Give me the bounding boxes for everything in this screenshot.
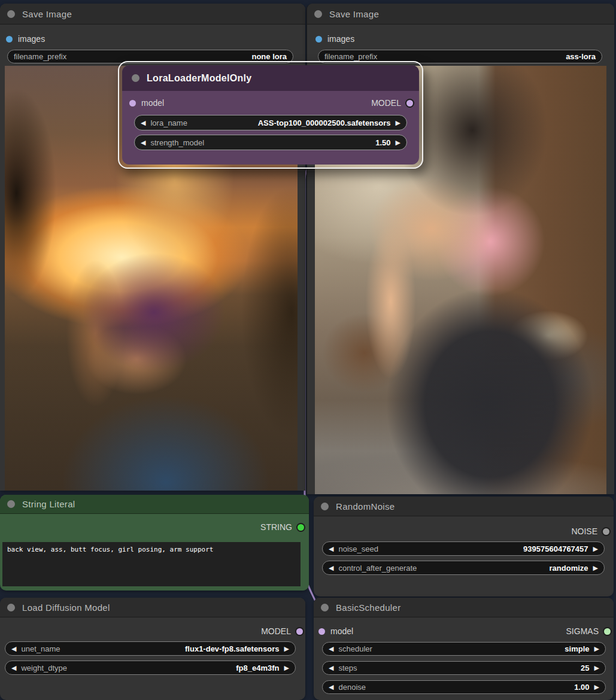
widget-label: scheduler [338, 644, 372, 653]
widget-value: ass-lora [566, 52, 596, 61]
model-output-dot[interactable] [296, 628, 303, 635]
unet-name-widget[interactable]: ◀ unet_name flux1-dev-fp8.safetensors ▶ [5, 641, 296, 656]
arrow-right-icon[interactable]: ▶ [594, 665, 599, 671]
widget-value: 939575604767457 [523, 544, 588, 553]
node-title: Save Image [329, 9, 379, 19]
collapse-dot-icon[interactable] [7, 10, 15, 18]
arrow-left-icon[interactable]: ◀ [141, 120, 145, 126]
steps-widget[interactable]: ◀ steps 25 ▶ [322, 661, 606, 675]
sigmas-output-label: SIGMAS [566, 626, 599, 636]
widget-label: lora_name [150, 118, 187, 127]
node-title: Load Diffusion Model [22, 602, 110, 613]
node-title: String Literal [22, 499, 75, 509]
node-header[interactable]: String Literal [0, 495, 309, 514]
control-after-generate-widget[interactable]: ◀ control_after_generate randomize ▶ [322, 561, 605, 575]
images-input-dot[interactable] [315, 36, 322, 42]
node-header[interactable]: LoraLoaderModelOnly [122, 65, 419, 91]
arrow-left-icon[interactable]: ◀ [329, 684, 333, 690]
scheduler-widget[interactable]: ◀ scheduler simple ▶ [322, 642, 606, 656]
widget-value: 1.50 [375, 138, 390, 147]
arrow-right-icon[interactable]: ▶ [284, 646, 289, 652]
string-output-label: STRING [260, 522, 292, 532]
collapse-dot-icon[interactable] [314, 10, 322, 18]
arrow-left-icon[interactable]: ◀ [11, 665, 16, 671]
node-header[interactable]: Save Image [307, 4, 614, 25]
widget-value: ASS-top100_000002500.safetensors [258, 118, 391, 127]
arrow-left-icon[interactable]: ◀ [329, 565, 333, 571]
model-input-dot[interactable] [318, 628, 325, 635]
node-header[interactable]: RandomNoise [314, 497, 614, 516]
noise-output-label: NOISE [571, 526, 597, 536]
collapse-dot-icon[interactable] [321, 604, 329, 611]
widget-value: randomize [550, 564, 588, 573]
node-basic-scheduler[interactable]: BasicScheduler model SIGMAS ◀ scheduler … [314, 598, 614, 700]
string-textarea[interactable]: back view, ass, butt focus, girl posing,… [2, 542, 301, 586]
string-output-dot[interactable] [298, 524, 304, 531]
node-string-literal[interactable]: String Literal STRING back view, ass, bu… [0, 495, 309, 591]
widget-value: flux1-dev-fp8.safetensors [185, 644, 280, 653]
node-header[interactable]: Load Diffusion Model [0, 598, 305, 617]
arrow-left-icon[interactable]: ◀ [329, 646, 333, 652]
node-title: BasicScheduler [336, 602, 400, 613]
arrow-left-icon[interactable]: ◀ [329, 546, 333, 552]
model-output-label: MODEL [371, 98, 401, 108]
weight-dtype-widget[interactable]: ◀ weight_dtype fp8_e4m3fn ▶ [5, 661, 296, 675]
collapse-dot-icon[interactable] [7, 500, 15, 508]
images-input-label: images [327, 34, 354, 44]
arrow-right-icon[interactable]: ▶ [593, 565, 598, 571]
node-lora-loader-model-only[interactable]: LoraLoaderModelOnly model MODEL ◀ lora_n… [122, 65, 419, 165]
node-header[interactable]: BasicScheduler [314, 598, 614, 617]
node-load-diffusion-model[interactable]: Load Diffusion Model MODEL ◀ unet_name f… [0, 598, 305, 700]
widget-value: simple [565, 644, 589, 653]
images-input-dot[interactable] [6, 36, 13, 42]
widget-value: none lora [251, 52, 287, 61]
model-output-label: MODEL [261, 626, 291, 636]
arrow-right-icon[interactable]: ▶ [594, 684, 599, 690]
arrow-right-icon[interactable]: ▶ [396, 120, 400, 126]
widget-value: 1.00 [574, 683, 589, 692]
node-title: LoraLoaderModelOnly [147, 73, 252, 84]
collapse-dot-icon[interactable] [321, 503, 329, 510]
collapse-dot-icon[interactable] [132, 74, 139, 82]
collapse-dot-icon[interactable] [7, 604, 15, 611]
sigmas-output-dot[interactable] [604, 628, 611, 635]
arrow-right-icon[interactable]: ▶ [594, 646, 599, 652]
widget-label: unet_name [21, 644, 60, 653]
arrow-left-icon[interactable]: ◀ [329, 665, 333, 671]
model-input-dot[interactable] [129, 100, 136, 106]
model-input-label: model [141, 98, 164, 108]
arrow-right-icon[interactable]: ▶ [284, 665, 289, 671]
arrow-left-icon[interactable]: ◀ [141, 139, 145, 146]
arrow-right-icon[interactable]: ▶ [593, 546, 598, 552]
node-random-noise[interactable]: RandomNoise NOISE ◀ noise_seed 939575604… [314, 497, 614, 596]
node-title: Save Image [22, 9, 72, 19]
node-header[interactable]: Save Image [0, 4, 305, 25]
lora-name-widget[interactable]: ◀ lora_name ASS-top100_000002500.safeten… [134, 115, 407, 130]
noise-seed-widget[interactable]: ◀ noise_seed 939575604767457 ▶ [322, 541, 605, 556]
widget-label: weight_dtype [21, 664, 67, 672]
widget-label: strength_model [150, 138, 204, 147]
arrow-left-icon[interactable]: ◀ [11, 646, 16, 652]
widget-label: filename_prefix [324, 52, 377, 61]
arrow-right-icon[interactable]: ▶ [396, 139, 400, 146]
widget-label: denoise [338, 683, 366, 692]
widget-label: filename_prefix [14, 52, 66, 61]
node-graph-canvas[interactable]: Save Image images filename_prefix none l… [0, 0, 616, 700]
images-input-label: images [18, 34, 45, 44]
widget-label: control_after_generate [338, 564, 417, 573]
widget-label: steps [338, 664, 357, 672]
widget-value: fp8_e4m3fn [236, 664, 279, 672]
strength-model-widget[interactable]: ◀ strength_model 1.50 ▶ [134, 135, 407, 150]
noise-output-dot[interactable] [603, 528, 609, 535]
model-output-dot[interactable] [406, 100, 413, 106]
node-title: RandomNoise [336, 501, 395, 512]
widget-label: noise_seed [338, 544, 378, 553]
model-input-label: model [330, 626, 353, 636]
widget-value: 25 [581, 664, 589, 672]
denoise-widget[interactable]: ◀ denoise 1.00 ▶ [322, 680, 606, 694]
